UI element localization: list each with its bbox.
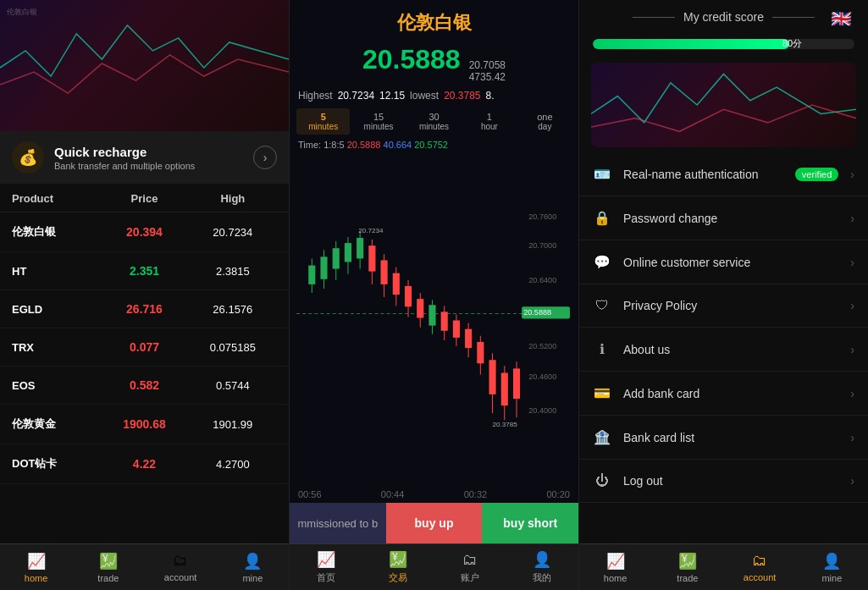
table-row[interactable]: DOT钻卡 4.22 4.2700 (0, 444, 289, 484)
nav-mine[interactable]: 👤 mine (217, 544, 289, 590)
p3-nav-home[interactable]: 📈 home (579, 544, 651, 590)
svg-rect-15 (333, 248, 340, 268)
add-bank-label: Add bank card (623, 387, 838, 400)
nav-account-label: account (164, 572, 197, 582)
arrow-icon: › (850, 387, 854, 400)
nav-trade[interactable]: 💹 trade (72, 544, 144, 590)
p3-nav-mine[interactable]: 👤 mine (796, 544, 868, 590)
menu-item-privacy[interactable]: 🛡 Privacy Policy › (579, 284, 868, 328)
p2-mine-icon: 👤 (533, 550, 551, 569)
svg-text:20.7600: 20.7600 (528, 212, 556, 221)
row-name: 伦敦黄金 (12, 416, 100, 432)
col-price: Price (100, 192, 188, 205)
row-name: DOT钻卡 (12, 456, 100, 471)
row-name: 伦敦白银 (12, 224, 100, 240)
logout-icon: ⏻ (593, 473, 611, 488)
flag-icon[interactable]: 🇬🇧 (831, 8, 856, 25)
p2-nav-home-label: 首页 (317, 571, 335, 584)
row-name: TRX (12, 341, 100, 354)
svg-text:20.4000: 20.4000 (528, 406, 556, 415)
p2-nav-home[interactable]: 📈 首页 (290, 544, 362, 590)
quick-recharge-arrow[interactable]: › (253, 146, 277, 169)
p3-home-icon: 📈 (606, 552, 625, 571)
nav-account[interactable]: 🗂 account (145, 544, 217, 590)
time-tab-5min[interactable]: 5 minutes (296, 108, 350, 135)
p2-nav-trade[interactable]: 💹 交易 (362, 544, 434, 590)
table-row[interactable]: 伦敦白银 20.394 20.7234 (0, 212, 289, 252)
quick-recharge-text: Quick recharge Bank transfer and multipl… (54, 145, 243, 171)
buy-up-button[interactable]: buy up (386, 503, 483, 543)
menu-item-bank-list[interactable]: 🏦 Bank card list › (579, 416, 868, 460)
score-label: 80分 (782, 39, 802, 48)
row-high: 4.2700 (189, 458, 277, 471)
menu-item-add-bank[interactable]: 💳 Add bank card › (579, 372, 868, 416)
svg-rect-35 (453, 321, 460, 338)
row-price: 26.716 (100, 302, 188, 316)
row-price: 1900.68 (100, 417, 188, 431)
svg-rect-23 (381, 260, 388, 284)
panel1-hero-watermark: 伦敦白银 (7, 7, 37, 18)
product-table: 伦敦白银 20.394 20.7234 HT 2.351 2.3815 EGLD… (0, 212, 289, 543)
commissioned-button[interactable]: mmissioned to b (290, 503, 386, 543)
time-tab-1h-sub: hour (462, 122, 516, 131)
p2-nav-mine[interactable]: 👤 我的 (506, 544, 578, 590)
p3-nav-trade[interactable]: 💹 trade (651, 544, 723, 590)
time-tab-30min[interactable]: 30 minutes (407, 108, 461, 135)
row-price: 2.351 (100, 264, 188, 278)
p2-nav-trade-label: 交易 (389, 571, 407, 584)
table-row[interactable]: TRX 0.077 0.075185 (0, 328, 289, 367)
menu-list: 🪪 Real-name authentication verified › 🔒 … (579, 152, 868, 543)
menu-item-customer-service[interactable]: 💬 Online customer service › (579, 240, 868, 284)
table-row[interactable]: EOS 0.582 0.5744 (0, 367, 289, 405)
panel-1: 伦敦白银 💰 Quick recharge Bank transfer and … (0, 0, 290, 590)
svg-rect-13 (320, 256, 327, 278)
svg-text:20.4600: 20.4600 (528, 372, 556, 381)
time-label-4: 00:20 (546, 489, 570, 499)
lowest-label: lowest (410, 90, 439, 102)
menu-item-logout[interactable]: ⏻ Log out › (579, 460, 868, 503)
price-side-top: 20.7058 (469, 59, 506, 71)
menu-item-password[interactable]: 🔒 Password change › (579, 196, 868, 240)
menu-item-real-name[interactable]: 🪪 Real-name authentication verified › (579, 152, 868, 196)
product-table-header: Product Price High (0, 184, 289, 212)
arrow-icon: › (850, 431, 854, 444)
arrow-icon: › (850, 256, 854, 269)
customer-service-label: Online customer service (623, 256, 838, 269)
time-tab-15min-sub: minutes (351, 122, 405, 131)
svg-rect-31 (428, 305, 435, 325)
cv3: 20.5752 (414, 140, 448, 150)
table-row[interactable]: HT 2.351 2.3815 (0, 252, 289, 290)
time-tab-1h-main: 1 (462, 112, 516, 122)
time-tab-1d[interactable]: one day (518, 108, 572, 135)
nav-home[interactable]: 📈 home (0, 544, 72, 590)
real-name-label: Real-name authentication (623, 168, 783, 181)
p2-nav-account[interactable]: 🗂 账户 (434, 544, 506, 590)
quick-recharge-bar[interactable]: 💰 Quick recharge Bank transfer and multi… (0, 131, 289, 184)
table-row[interactable]: EGLD 26.716 26.1576 (0, 290, 289, 328)
arrow-icon: › (850, 343, 854, 356)
time-tab-5min-main: 5 (296, 112, 350, 122)
table-row[interactable]: 伦敦黄金 1900.68 1901.99 (0, 405, 289, 444)
quick-recharge-title: Quick recharge (54, 145, 243, 159)
p3-trade-icon: 💹 (678, 552, 697, 571)
chart-time-info: Time: 1:8:5 20.5888 40.664 20.5752 (290, 138, 578, 152)
svg-rect-27 (405, 286, 412, 306)
time-tab-1h[interactable]: 1 hour (462, 108, 516, 135)
row-price: 0.077 (100, 340, 188, 354)
p3-nav-account-label: account (744, 572, 777, 582)
chart-bottom-row: 00:56 00:44 00:32 00:20 (290, 486, 578, 503)
logout-label: Log out (623, 474, 838, 488)
time-tab-1d-sub: day (518, 122, 572, 131)
time-label: Time: 1:8:5 (298, 140, 345, 150)
svg-rect-19 (357, 238, 363, 258)
p3-nav-account[interactable]: 🗂 account (724, 544, 796, 590)
price-display: 20.5888 20.7058 4735.42 (290, 41, 578, 86)
menu-item-about[interactable]: ℹ About us › (579, 328, 868, 372)
credit-score-bar: 80分 (579, 34, 868, 58)
buy-short-button[interactable]: buy short (482, 503, 578, 543)
chart-title-area: 伦敦白银 (290, 0, 578, 41)
time-tab-15min[interactable]: 15 minutes (351, 108, 405, 135)
time-label-3: 00:32 (464, 489, 488, 499)
arrow-icon: › (850, 474, 854, 488)
time-tab-1d-main: one (518, 112, 572, 122)
